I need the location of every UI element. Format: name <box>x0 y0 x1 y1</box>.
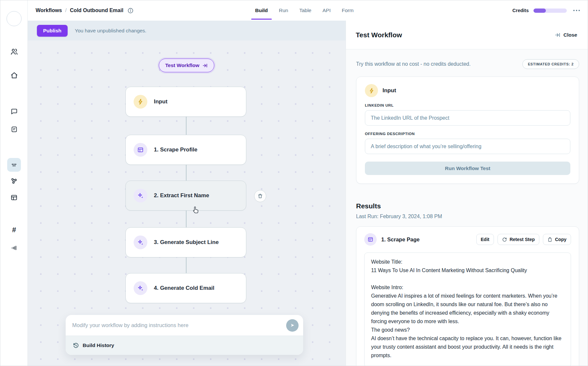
build-history-label: Build History <box>83 342 114 348</box>
clipboard-icon <box>547 237 552 242</box>
unpublished-changes-note: You have unpublished changes. <box>75 28 146 34</box>
no-cost-tagline: Try this workflow at no cost - no credit… <box>356 61 471 67</box>
more-options-icon[interactable] <box>573 10 580 11</box>
run-workflow-test-button[interactable]: Run Workflow Test <box>365 162 570 175</box>
node-input[interactable]: Input <box>125 87 246 117</box>
retest-step-button[interactable]: Retest Step <box>498 234 539 245</box>
test-workflow-button[interactable]: Test Workflow <box>159 59 214 72</box>
copy-label: Copy <box>555 237 566 242</box>
sidebar-item-chat[interactable] <box>7 105 21 118</box>
layout-panel-icon <box>10 194 18 201</box>
composer-input-row <box>66 315 303 336</box>
edit-step-button[interactable]: Edit <box>476 234 494 245</box>
linkedin-url-input[interactable] <box>365 110 570 126</box>
team-icon <box>10 48 18 56</box>
browser-icon <box>134 143 147 157</box>
node-scrape-profile[interactable]: 1. Scrape Profile <box>125 135 246 165</box>
panel-body: Try this workflow at no cost - no credit… <box>346 49 588 366</box>
input-card-title: Input <box>383 87 396 94</box>
credits-label: Credits <box>513 8 529 13</box>
publish-button[interactable]: Publish <box>37 25 68 37</box>
node-label: Input <box>154 98 168 105</box>
run-arrow-icon <box>202 63 208 68</box>
copy-step-button[interactable]: Copy <box>543 234 571 245</box>
note-icon <box>11 126 18 133</box>
history-icon <box>73 342 79 349</box>
left-sidebar: # <box>0 0 28 366</box>
workflow-canvas[interactable]: Test Workflow Input <box>28 41 346 366</box>
close-label: Close <box>564 32 577 38</box>
breadcrumb: Workflows / Cold Outbound Email <box>28 8 134 14</box>
publish-bar: Publish You have unpublished changes. <box>28 21 346 41</box>
avatar[interactable] <box>7 11 22 26</box>
credits-progress-fill <box>533 9 546 13</box>
tab-form[interactable]: Form <box>341 0 354 21</box>
sidebar-item-notes[interactable] <box>7 122 21 136</box>
retest-label: Retest Step <box>510 237 535 242</box>
result-step-card: 1. Scrape Page Edit Retest Step <box>356 226 579 366</box>
last-run-timestamp: Last Run: February 3, 2024, 1:08 PM <box>356 214 579 219</box>
test-workflow-panel: Test Workflow Close Try this workflow at… <box>346 21 588 366</box>
connector-line <box>186 117 187 135</box>
top-bar: Workflows / Cold Outbound Email Build Ru… <box>28 0 588 21</box>
delete-node-button[interactable] <box>254 190 266 202</box>
panel-title: Test Workflow <box>356 31 402 39</box>
info-icon[interactable] <box>127 8 134 14</box>
sidebar-item-hash[interactable]: # <box>7 223 21 237</box>
test-workflow-label: Test Workflow <box>165 62 200 68</box>
node-generate-cold-email[interactable]: 4. Generate Cold Email <box>125 273 246 303</box>
linkedin-url-label: LINKEDIN URL <box>365 103 570 107</box>
tab-table[interactable]: Table <box>299 0 312 21</box>
node-label: 2. Extract First Name <box>154 192 209 199</box>
instructions-input[interactable] <box>72 322 286 328</box>
apps-dots-icon <box>10 161 18 168</box>
offering-description-input[interactable] <box>365 139 570 154</box>
results-heading: Results <box>356 202 579 210</box>
panel-header: Test Workflow Close <box>346 21 588 49</box>
tab-run[interactable]: Run <box>278 0 289 21</box>
usage-levels-icon <box>10 244 18 252</box>
refresh-icon <box>502 237 507 242</box>
sidebar-item-home[interactable] <box>7 68 21 82</box>
close-panel-button[interactable]: Close <box>555 32 577 38</box>
sidebar-item-team[interactable] <box>7 45 21 59</box>
hash-icon: # <box>12 226 16 234</box>
node-extract-first-name[interactable]: 2. Extract First Name <box>125 181 246 211</box>
workflow-composer: Build History <box>66 315 303 355</box>
breadcrumb-page-title: Cold Outbound Email <box>70 8 123 13</box>
breadcrumb-separator: / <box>65 8 67 13</box>
workflow-nodes-icon <box>10 177 18 184</box>
sidebar-item-apps[interactable] <box>7 158 21 172</box>
sidebar-item-usage[interactable] <box>7 241 21 255</box>
build-history-button[interactable]: Build History <box>66 336 303 355</box>
sidebar-item-connections[interactable] <box>7 174 21 188</box>
step-output-text: Website Title: 11 Ways To Use AI In Cont… <box>364 253 571 366</box>
view-tabs: Build Run Table API Form <box>254 0 354 21</box>
sparkles-icon <box>134 281 147 295</box>
lightning-icon <box>365 84 378 97</box>
send-icon <box>290 322 295 328</box>
browser-icon <box>364 233 377 246</box>
step-title: 1. Scrape Page <box>381 236 472 243</box>
breadcrumb-workflows[interactable]: Workflows <box>36 8 62 13</box>
tab-build[interactable]: Build <box>254 0 269 21</box>
offering-description-label: OFFERING DESCRIPTION <box>365 132 570 136</box>
test-input-card: Input LINKEDIN URL OFFERING DESCRIPTION … <box>356 77 579 184</box>
sparkles-icon <box>134 189 147 202</box>
tab-api[interactable]: API <box>322 0 331 21</box>
node-generate-subject-line[interactable]: 3. Generate Subject Line <box>125 227 246 257</box>
trash-icon <box>257 193 263 199</box>
connector-line <box>186 211 187 227</box>
credits-meter: Credits <box>513 0 580 21</box>
workflow-canvas-column: Publish You have unpublished changes. Te… <box>28 21 346 366</box>
sidebar-item-layout[interactable] <box>7 191 21 204</box>
credits-progress-track <box>533 9 567 13</box>
sparkles-icon <box>134 235 147 249</box>
node-label: 4. Generate Cold Email <box>154 285 214 291</box>
edit-label: Edit <box>481 237 489 242</box>
estimated-credits-badge: ESTIMATED CREDITS: 2 <box>522 59 579 69</box>
send-button[interactable] <box>286 319 299 332</box>
main-area: Workflows / Cold Outbound Email Build Ru… <box>28 0 588 366</box>
home-icon <box>10 72 18 79</box>
lightning-icon <box>134 95 147 109</box>
